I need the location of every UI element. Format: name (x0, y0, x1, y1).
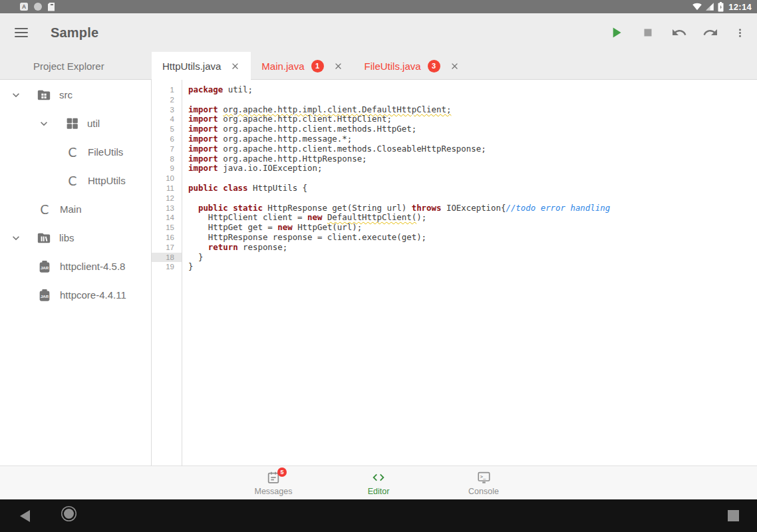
code-text (182, 95, 188, 105)
folder-library-icon (37, 231, 51, 245)
chevron-down-icon[interactable] (9, 88, 37, 102)
line-number: 8 (152, 154, 182, 164)
tree-item-src[interactable]: src (0, 80, 151, 109)
code-line[interactable]: 14 HttpClient client = new DefaultHttpCl… (152, 213, 757, 223)
code-line[interactable]: 10 (152, 174, 757, 184)
code-line[interactable]: 16 HttpResponse response = client.execut… (152, 233, 757, 243)
code-line[interactable]: 19} (152, 262, 757, 272)
main-content: srcutilCFileUtilsCHttpUtilsCMainlibsJARh… (0, 80, 757, 466)
tab-label: HttpUtils.java (162, 61, 221, 72)
class-glyph: C (68, 174, 76, 188)
code-text: HttpClient client = new DefaultHttpClien… (182, 213, 426, 223)
line-number: 2 (152, 95, 182, 105)
app-title: Sample (51, 25, 98, 41)
code-line[interactable]: 15 HttpGet get = new HttpGet(url); (152, 223, 757, 233)
menu-icon[interactable] (15, 28, 28, 37)
code-line[interactable]: 11public class HttpUtils { (152, 184, 757, 194)
close-icon[interactable] (230, 61, 240, 71)
android-navigation-bar (0, 499, 757, 532)
code-text: HttpGet get = new HttpGet(url); (182, 223, 362, 233)
close-icon[interactable] (450, 61, 460, 71)
tab-label: FileUtils.java (365, 61, 421, 72)
tree-item-libs[interactable]: libs (0, 223, 151, 252)
tree-item-label: HttpUtils (88, 175, 126, 186)
tree-item-label: FileUtils (88, 146, 123, 158)
tree-item-label: httpcore-4.4.11 (60, 289, 126, 301)
nav-item-console[interactable]: >_Console (460, 470, 508, 496)
home-button[interactable] (64, 509, 74, 519)
tree-item-httpcore-4-4-11[interactable]: JARhttpcore-4.4.11 (0, 281, 151, 309)
line-number: 1 (152, 85, 182, 95)
code-text: import org.apache.http.client.methods.Cl… (182, 144, 486, 154)
wifi-icon (692, 2, 702, 11)
code-text: package util; (182, 85, 253, 95)
code-text: } (182, 262, 193, 272)
nav-item-editor[interactable]: Editor (355, 470, 402, 496)
tab-httputils-java[interactable]: HttpUtils.java (152, 52, 251, 80)
chevron-down-icon[interactable] (37, 117, 65, 130)
nav-item-label: Editor (368, 487, 390, 496)
line-number: 18 (152, 253, 182, 263)
code-line[interactable]: 9import java.io.IOException; (152, 164, 757, 174)
battery-charging-icon (718, 2, 724, 12)
tab-main-java[interactable]: Main.java1 (251, 52, 353, 80)
code-line[interactable]: 4import org.apache.http.client.HttpClien… (152, 114, 757, 124)
messages-icon: 5 (266, 470, 281, 485)
recents-button[interactable] (728, 510, 739, 521)
code-line[interactable]: 6import org.apache.http.message.*; (152, 134, 757, 144)
close-icon[interactable] (333, 61, 343, 71)
jar-icon: JAR (37, 259, 52, 274)
code-line[interactable]: 3import org.apache.http.impl.client.Defa… (152, 105, 757, 115)
code-line[interactable]: 17 return response; (152, 243, 757, 253)
status-time: 12:14 (728, 2, 752, 12)
tree-item-httputils[interactable]: CHttpUtils (0, 166, 151, 195)
line-number: 17 (152, 243, 182, 253)
play-icon[interactable] (607, 24, 625, 41)
code-editor[interactable]: 1package util;23import org.apache.http.i… (152, 80, 757, 466)
tree-item-httpclient-4-5-8[interactable]: JARhttpclient-4.5.8 (0, 252, 151, 281)
tree-item-util[interactable]: util (0, 109, 151, 138)
code-text: import org.apache.http.HttpResponse; (182, 154, 367, 164)
tree-item-fileutils[interactable]: CFileUtils (0, 138, 151, 166)
code-text: } (182, 253, 203, 263)
folder-package-icon (37, 88, 51, 102)
code-line[interactable]: 5import org.apache.http.client.methods.H… (152, 124, 757, 134)
back-button[interactable] (20, 510, 30, 522)
code-text (182, 174, 188, 184)
tree-item-label: httpclient-4.5.8 (60, 261, 125, 272)
line-number: 16 (152, 233, 182, 243)
code-line[interactable]: 13 public static HttpResponse get(String… (152, 203, 757, 213)
tab-bar: Project Explorer HttpUtils.javaMain.java… (0, 52, 757, 80)
redo-icon[interactable] (702, 25, 718, 41)
stop-icon[interactable] (640, 25, 656, 41)
line-number: 3 (152, 105, 182, 115)
svg-text:JAR: JAR (41, 265, 49, 269)
code-line[interactable]: 1package util; (152, 85, 757, 95)
code-text: import org.apache.http.client.HttpClient… (182, 114, 392, 124)
code-line[interactable]: 18 } (152, 253, 757, 263)
app-toolbar: Sample (0, 13, 757, 52)
status-bar: A 12:14 (0, 0, 757, 13)
code-line[interactable]: 7import org.apache.http.client.methods.C… (152, 144, 757, 154)
code-line[interactable]: 12 (152, 194, 757, 203)
tab-label: Main.java (261, 61, 304, 72)
class-glyph: C (68, 145, 76, 160)
code-text (182, 194, 188, 203)
code-text: import org.apache.http.impl.client.Defau… (182, 105, 451, 115)
chevron-down-icon[interactable] (9, 231, 37, 245)
nav-item-messages[interactable]: 5Messages (249, 470, 297, 496)
project-explorer-tree: srcutilCFileUtilsCHttpUtilsCMainlibsJARh… (0, 80, 152, 466)
code-line[interactable]: 8import org.apache.http.HttpResponse; (152, 154, 757, 164)
editor-tabs: HttpUtils.javaMain.java1FileUtils.java3 (152, 52, 470, 80)
tree-item-main[interactable]: CMain (0, 195, 151, 223)
kebab-menu-icon[interactable] (734, 27, 746, 39)
undo-icon[interactable] (671, 25, 687, 41)
code-line[interactable]: 2 (152, 95, 757, 105)
tab-fileutils-java[interactable]: FileUtils.java3 (354, 52, 470, 80)
line-number: 11 (152, 184, 182, 194)
package-icon (65, 116, 79, 131)
sdcard-notification-icon (48, 3, 55, 11)
tab-error-badge: 3 (428, 60, 440, 72)
code-text: public class HttpUtils { (182, 184, 307, 194)
cell-signal-icon (705, 2, 714, 11)
